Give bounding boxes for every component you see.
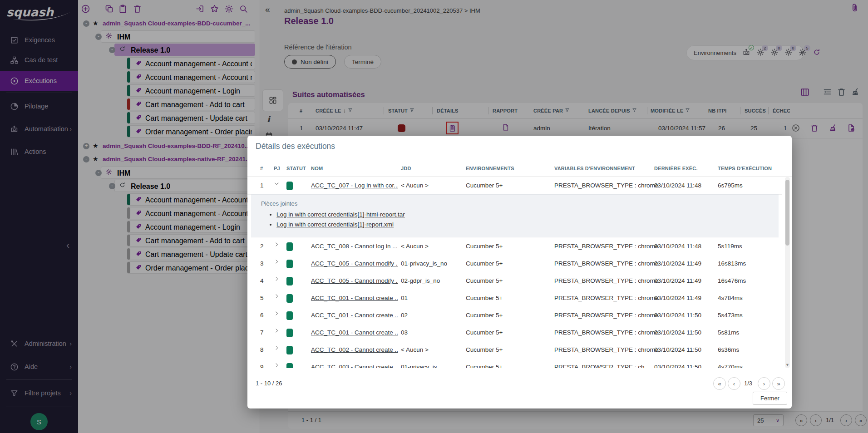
execution-jdd: 01-privacy_is... [401, 359, 442, 368]
chevron-down-icon[interactable] [274, 181, 280, 188]
executions-details-modal: Détails des exécutions #PJSTATUTNOMJDDEN… [247, 136, 792, 408]
modal-first-page-button[interactable]: « [713, 377, 726, 390]
expander-icon [274, 276, 280, 282]
chevron-right-icon[interactable] [274, 259, 280, 266]
execution-status-icon [286, 294, 293, 303]
modal-column-header: JDD [401, 161, 411, 177]
chevron-right-icon[interactable] [274, 293, 280, 300]
attachment-link[interactable]: Log in with correct credentials[1]-html-… [276, 211, 405, 218]
execution-time: 6s795ms [718, 177, 743, 194]
application-window: squash Exigences Cas de test Exécutions … [0, 0, 868, 433]
execution-number: 6 [260, 307, 264, 324]
execution-env-variables: PRESTA_BROWSER_TYPE : chrome [554, 272, 658, 290]
execution-last-exec: 03/10/2024 11:50 [654, 341, 701, 359]
execution-environment: Cucumber 5+ [466, 290, 503, 307]
chevron-right-icon[interactable] [274, 310, 280, 318]
execution-env-variables: PRESTA_BROWSER_TYPE : chrome [554, 290, 658, 307]
execution-time: 4s784ms [718, 290, 743, 307]
execution-jdd: 01 [401, 290, 408, 307]
execution-name-link[interactable]: ACC_TC_005 - Cannot modify ... [311, 255, 398, 272]
modal-column-header: TEMPS D'EXÉCUTION [718, 161, 772, 177]
execution-number: 7 [260, 324, 264, 341]
chevron-right-icon[interactable] [274, 345, 280, 352]
chevron-right-icon[interactable] [274, 276, 280, 283]
attachment-item: Log in with correct credentials[1]-repor… [276, 221, 405, 228]
execution-name-link[interactable]: ACC_TC_005 - Cannot modify ... [311, 272, 398, 290]
execution-name-link[interactable]: ACC_TC_008 - Cannot log in ... [311, 238, 398, 255]
attachment-link[interactable]: Log in with correct credentials[1]-repor… [276, 221, 394, 228]
execution-env-variables: PRESTA_BROWSER_TYPE : chrome [554, 341, 658, 359]
execution-env-variables: PRESTA_BROWSER_TYPE : chrome [554, 238, 658, 255]
execution-env-variables: PRESTA_BROWSER_TYPE : chrome [554, 255, 658, 272]
execution-time: 16s476ms [718, 272, 746, 290]
execution-name-link[interactable]: ACC_TC_007 - Log in with cor... [311, 177, 398, 194]
chevron-right-icon[interactable] [274, 241, 280, 249]
execution-jdd: 03 [401, 324, 408, 341]
execution-row[interactable]: 5 ACC_TC_001 - Cannot create ... 01 Cucu… [247, 290, 782, 307]
execution-time: 5s81ms [718, 324, 739, 341]
execution-environment: Cucumber 5+ [466, 359, 503, 368]
execution-row[interactable]: 1 ACC_TC_007 - Log in with cor... < Aucu… [247, 177, 782, 195]
execution-last-exec: 03/10/2024 11:48 [654, 177, 701, 194]
execution-jdd: 01-privacy_is_no [401, 255, 447, 272]
execution-environment: Cucumber 5+ [466, 255, 503, 272]
execution-status-icon [286, 329, 293, 337]
attachments-panel: Pièces jointes Log in with correct crede… [251, 194, 779, 237]
execution-number: 8 [260, 341, 264, 359]
expander-icon [274, 345, 280, 351]
execution-status-icon [286, 260, 293, 268]
execution-time: 16s813ms [718, 255, 746, 272]
execution-status-icon [286, 346, 293, 354]
execution-name-link[interactable]: ACC_TC_001 - Cannot create ... [311, 290, 398, 307]
execution-environment: Cucumber 5+ [466, 324, 503, 341]
execution-name-link[interactable]: ACC_TC_002 - Cannot create ... [311, 341, 398, 359]
execution-number: 5 [260, 290, 264, 307]
execution-environment: Cucumber 5+ [466, 272, 503, 290]
modal-column-header: STATUT [286, 161, 306, 177]
close-button[interactable]: Fermer [753, 392, 787, 405]
expander-icon [274, 293, 280, 299]
execution-time: 5s119ms [718, 238, 742, 255]
modal-column-header: # [260, 161, 263, 177]
modal-column-header: PJ [274, 161, 280, 177]
execution-time: 5s473ms [718, 307, 743, 324]
modal-pagination-range: 1 - 10 / 26 [256, 377, 282, 390]
attachments-title: Pièces jointes [261, 200, 297, 207]
modal-scrollbar[interactable]: ▼ [785, 177, 790, 368]
expander-icon [274, 181, 280, 187]
modal-last-page-button[interactable]: » [772, 377, 785, 390]
chevron-right-icon[interactable] [274, 362, 280, 368]
chevron-right-icon[interactable] [274, 328, 280, 335]
execution-environment: Cucumber 5+ [466, 177, 503, 194]
execution-time: 4s770ms [718, 359, 743, 368]
execution-status-icon [286, 242, 293, 251]
execution-env-variables: PRESTA_BROWSER_TYPE : chrome [554, 177, 658, 194]
modal-table-body: 1 ACC_TC_007 - Log in with cor... < Aucu… [247, 177, 792, 368]
modal-page-indicator: 1/3 [744, 377, 752, 390]
execution-number: 1 [260, 177, 264, 194]
execution-last-exec: 03/10/2024 11:49 [654, 255, 701, 272]
execution-row[interactable]: 8 ACC_TC_002 - Cannot create ... < Aucun… [247, 341, 782, 359]
execution-status-icon [286, 363, 293, 368]
execution-last-exec: 03/10/2024 11:50 [654, 324, 701, 341]
execution-row[interactable]: 2 ACC_TC_008 - Cannot log in ... < Aucun… [247, 238, 782, 256]
execution-row[interactable]: 7 ACC_TC_001 - Cannot create ... 03 Cucu… [247, 324, 782, 342]
modal-next-page-button[interactable]: › [758, 377, 770, 390]
modal-column-header: VARIABLES D'ENVIRONNEMENT [554, 161, 635, 177]
execution-environment: Cucumber 5+ [466, 307, 503, 324]
execution-number: 3 [260, 255, 264, 272]
execution-jdd: < Aucun > [401, 177, 429, 194]
execution-row[interactable]: 3 ACC_TC_005 - Cannot modify ... 01-priv… [247, 255, 782, 273]
execution-name-link[interactable]: ACC_TC_001 - Cannot create ... [311, 307, 398, 324]
modal-prev-page-button[interactable]: ‹ [728, 377, 740, 390]
execution-number: 9 [260, 359, 264, 368]
execution-name-link[interactable]: ACC_TC_003 - Cannot create ... [311, 359, 398, 368]
execution-name-link[interactable]: ACC_TC_001 - Cannot create ... [311, 324, 398, 341]
modal-column-header: DERNIÈRE EXÉC. [654, 161, 698, 177]
execution-row[interactable]: 6 ACC_TC_001 - Cannot create ... 02 Cucu… [247, 307, 782, 325]
expander-icon [274, 328, 280, 334]
execution-row[interactable]: 9 ACC_TC_003 - Cannot create ... 01-priv… [247, 359, 782, 368]
execution-row[interactable]: 4 ACC_TC_005 - Cannot modify ... 02-gdpr… [247, 272, 782, 290]
execution-status-icon [286, 277, 293, 285]
execution-time: 6s36ms [718, 341, 739, 359]
